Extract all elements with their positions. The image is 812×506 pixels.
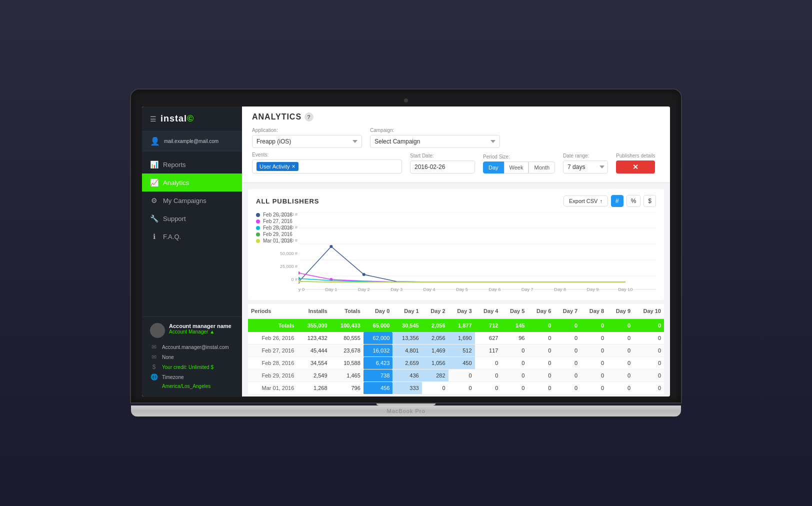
sidebar-item-faq[interactable]: ℹ F.A.Q. bbox=[142, 228, 242, 246]
account-phone-row: ✉ None bbox=[150, 352, 234, 362]
totals-val-11: 0 bbox=[607, 318, 634, 332]
screen-bezel: ☰ instal© 👤 mail.example@mail.com 📊 Repo… bbox=[131, 90, 681, 402]
application-group: Application: Freapp (iOS) bbox=[252, 128, 362, 148]
row-day-0: 456 bbox=[364, 382, 392, 394]
svg-text:Day 9: Day 9 bbox=[586, 287, 598, 292]
row-day-2: 1,469 bbox=[422, 344, 448, 357]
row-day-10: 0 bbox=[634, 332, 664, 344]
sidebar-bottom: Account manager name Account Manager ▲ ✉… bbox=[142, 316, 242, 396]
col-day8: Day 8 bbox=[580, 304, 607, 318]
row-day-0: 16,032 bbox=[364, 344, 392, 357]
account-name: Account manager name bbox=[169, 323, 232, 329]
row-day-1: 13,356 bbox=[392, 332, 422, 344]
sidebar: ☰ instal© 👤 mail.example@mail.com 📊 Repo… bbox=[142, 106, 242, 396]
row-day-6: 0 bbox=[528, 357, 554, 370]
row-day-2: 0 bbox=[422, 382, 448, 394]
application-select[interactable]: Freapp (iOS) bbox=[252, 135, 362, 148]
svg-text:Day 8: Day 8 bbox=[554, 287, 566, 292]
view-hash-button[interactable]: # bbox=[611, 195, 624, 207]
row-day-5: 0 bbox=[501, 370, 528, 382]
start-date-input[interactable] bbox=[410, 160, 475, 174]
row-day-0: 62,000 bbox=[364, 332, 392, 344]
analytics-header: ANALYTICS ? Application: Freapp (iOS) Ca… bbox=[242, 106, 670, 183]
row-period: Feb 27, 2016 bbox=[248, 344, 297, 357]
user-email: mail.example@mail.com bbox=[164, 138, 218, 144]
row-period: Feb 28, 2016 bbox=[248, 357, 297, 370]
row-day-7: 0 bbox=[554, 344, 580, 357]
row-totals: 23,678 bbox=[330, 344, 364, 357]
campaign-select[interactable]: Select Campaign bbox=[370, 135, 500, 148]
col-totals: Totals bbox=[330, 304, 364, 318]
sidebar-item-campaigns[interactable]: ⚙ My Campaigns bbox=[142, 192, 242, 210]
svg-text:Day 3: Day 3 bbox=[390, 287, 402, 292]
reports-label: Reports bbox=[163, 161, 186, 168]
table-row: Feb 29, 20162,5491,46573843628200000000 bbox=[248, 370, 664, 382]
events-group: Events: User Activity × bbox=[252, 152, 402, 174]
timezone-value-row: America/Los_Angeles bbox=[150, 382, 234, 390]
sidebar-item-support[interactable]: 🔧 Support bbox=[142, 210, 242, 228]
row-day-9: 0 bbox=[607, 382, 634, 394]
row-day-6: 0 bbox=[528, 382, 554, 394]
row-day-1: 2,659 bbox=[392, 357, 422, 370]
row-day-7: 0 bbox=[554, 357, 580, 370]
chart-actions: Export CSV ↑ # % $ bbox=[564, 195, 656, 207]
sidebar-nav: 📊 Reports 📈 Analytics ⚙ My Campaigns 🔧 S… bbox=[142, 152, 242, 316]
row-day-8: 0 bbox=[580, 370, 607, 382]
view-percent-button[interactable]: % bbox=[626, 195, 641, 207]
timezone-value: America/Los_Angeles bbox=[162, 384, 210, 389]
row-day-2: 282 bbox=[422, 370, 448, 382]
svg-text:Day 7: Day 7 bbox=[522, 287, 534, 292]
page-title: ANALYTICS ? bbox=[252, 112, 660, 122]
totals-val-7: 145 bbox=[501, 318, 528, 332]
period-week-btn[interactable]: Week bbox=[504, 162, 529, 174]
row-day-5: 96 bbox=[501, 332, 528, 344]
clear-group: Publishers details ✕ bbox=[616, 153, 655, 174]
view-dollar-button[interactable]: $ bbox=[644, 195, 656, 207]
period-month-btn[interactable]: Month bbox=[528, 162, 555, 174]
event-tag-close[interactable]: × bbox=[292, 163, 296, 170]
legend-dot-4 bbox=[256, 239, 260, 243]
period-label: Period Size: bbox=[483, 154, 555, 160]
clear-button[interactable]: ✕ bbox=[616, 160, 655, 174]
totals-val-6: 712 bbox=[475, 318, 502, 332]
sidebar-item-analytics[interactable]: 📈 Analytics bbox=[142, 174, 242, 192]
timezone-label: Timezone bbox=[162, 374, 184, 380]
row-day-10: 0 bbox=[634, 344, 664, 357]
row-day-9: 0 bbox=[607, 370, 634, 382]
y-label-5: 0 # bbox=[274, 277, 298, 282]
chart-svg: Day 0 Day 1 Day 2 Day 3 Day 4 Day 5 Day … bbox=[298, 212, 656, 292]
publishers-label: Publishers details bbox=[616, 153, 655, 158]
camera bbox=[404, 98, 408, 102]
row-day-3: 512 bbox=[448, 344, 475, 357]
row-day-7: 0 bbox=[554, 382, 580, 394]
help-icon[interactable]: ? bbox=[304, 112, 314, 122]
avatar bbox=[150, 323, 165, 338]
totals-val-8: 0 bbox=[528, 318, 554, 332]
row-totals: 1,465 bbox=[330, 370, 364, 382]
period-group: Period Size: Day Week Month bbox=[483, 154, 555, 174]
faq-icon: ℹ bbox=[150, 232, 158, 240]
period-day-btn[interactable]: Day bbox=[483, 162, 504, 174]
sidebar-item-reports[interactable]: 📊 Reports bbox=[142, 156, 242, 174]
col-day9: Day 9 bbox=[607, 304, 634, 318]
row-day-7: 0 bbox=[554, 370, 580, 382]
row-day-2: 2,056 bbox=[422, 332, 448, 344]
col-day5: Day 5 bbox=[501, 304, 528, 318]
application-label: Application: bbox=[252, 128, 362, 133]
hamburger-icon[interactable]: ☰ bbox=[150, 115, 156, 123]
legend-dot-3 bbox=[256, 232, 260, 236]
sidebar-user[interactable]: 👤 mail.example@mail.com bbox=[142, 132, 242, 152]
y-axis: 125,000 # 100,000 # 75,000 # 50,000 # 25… bbox=[274, 212, 298, 282]
faq-label: F.A.Q. bbox=[163, 233, 181, 240]
legend-dot-1 bbox=[256, 220, 260, 224]
laptop-brand: MacBook Pro bbox=[386, 408, 425, 414]
events-input[interactable]: User Activity × bbox=[252, 160, 402, 174]
col-day1: Day 1 bbox=[392, 304, 422, 318]
row-day-4: 0 bbox=[475, 370, 502, 382]
daterange-select[interactable]: 7 days bbox=[563, 160, 608, 174]
table-body: Totals355,000100,43365,00030,5452,0561,8… bbox=[248, 318, 664, 394]
export-csv-button[interactable]: Export CSV ↑ bbox=[564, 196, 608, 206]
col-day10: Day 10 bbox=[634, 304, 664, 318]
user-icon: 👤 bbox=[150, 136, 160, 146]
row-day-5: 0 bbox=[501, 357, 528, 370]
